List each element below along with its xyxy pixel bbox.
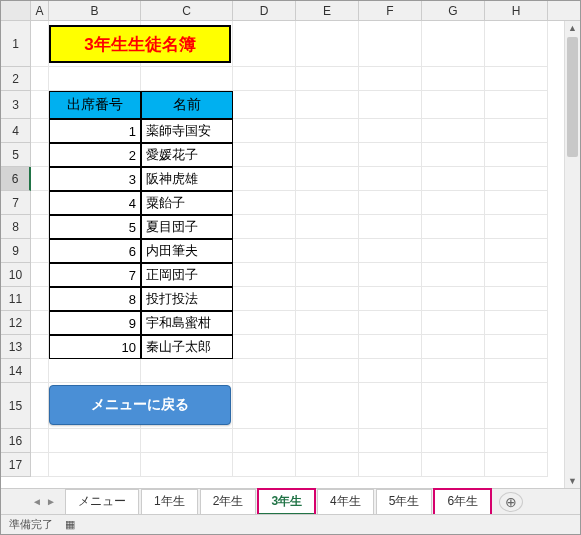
table-header-name: 名前 (141, 91, 233, 119)
sheet-tab[interactable]: 3年生 (258, 489, 315, 515)
sheet-tab-bar: ◄ ► メニュー1年生2年生3年生4年生5年生6年生 ⊕ (1, 488, 580, 514)
scroll-thumb[interactable] (567, 37, 578, 157)
tab-prev-icon[interactable]: ◄ (31, 495, 43, 509)
table-cell-num[interactable]: 4 (49, 191, 141, 215)
sheet-tab[interactable]: 1年生 (141, 489, 198, 515)
status-bar: 準備完了 ▦ (1, 514, 580, 534)
table-cell-num[interactable]: 9 (49, 311, 141, 335)
page-title: 3年生生徒名簿 (49, 25, 231, 63)
scroll-down-icon[interactable]: ▼ (565, 474, 580, 488)
row-header[interactable]: 16 (1, 429, 31, 453)
row-header[interactable]: 1 (1, 21, 31, 67)
col-header-H[interactable]: H (485, 1, 548, 20)
row-header[interactable]: 5 (1, 143, 31, 167)
sheet-tab[interactable]: 2年生 (200, 489, 257, 515)
col-header-C[interactable]: C (141, 1, 233, 20)
row-header[interactable]: 12 (1, 311, 31, 335)
row-header[interactable]: 4 (1, 119, 31, 143)
table-cell-num[interactable]: 8 (49, 287, 141, 311)
return-menu-button[interactable]: メニューに戻る (49, 385, 231, 425)
row-header[interactable]: 10 (1, 263, 31, 287)
row-header[interactable]: 13 (1, 335, 31, 359)
scroll-up-icon[interactable]: ▲ (565, 21, 580, 35)
row-header[interactable]: 15 (1, 383, 31, 429)
col-header-G[interactable]: G (422, 1, 485, 20)
table-cell-name[interactable]: 夏目団子 (141, 215, 233, 239)
table-cell-num[interactable]: 7 (49, 263, 141, 287)
table-cell-num[interactable]: 1 (49, 119, 141, 143)
record-macro-icon[interactable]: ▦ (65, 518, 75, 531)
col-header-B[interactable]: B (49, 1, 141, 20)
tab-nav[interactable]: ◄ ► (31, 495, 57, 509)
sheet-tab[interactable]: 5年生 (376, 489, 433, 515)
table-cell-name[interactable]: 正岡団子 (141, 263, 233, 287)
row-header[interactable]: 6 (1, 167, 31, 191)
status-ready: 準備完了 (9, 517, 53, 532)
table-cell-num[interactable]: 2 (49, 143, 141, 167)
cells-area[interactable]: 3年生生徒名簿出席番号名前1薬師寺国安2愛媛花子3阪神虎雄4粟飴子5夏目団子6内… (31, 21, 580, 477)
row-header[interactable]: 11 (1, 287, 31, 311)
row-header[interactable]: 9 (1, 239, 31, 263)
row-header[interactable]: 2 (1, 67, 31, 91)
table-cell-num[interactable]: 10 (49, 335, 141, 359)
tab-next-icon[interactable]: ► (45, 495, 57, 509)
sheet-tab[interactable]: 6年生 (434, 489, 491, 515)
row-header[interactable]: 3 (1, 91, 31, 119)
table-cell-name[interactable]: 内田筆夫 (141, 239, 233, 263)
col-header-F[interactable]: F (359, 1, 422, 20)
table-cell-num[interactable]: 3 (49, 167, 141, 191)
table-cell-name[interactable]: 投打投法 (141, 287, 233, 311)
table-cell-name[interactable]: 愛媛花子 (141, 143, 233, 167)
table-cell-name[interactable]: 秦山子太郎 (141, 335, 233, 359)
table-cell-name[interactable]: 薬師寺国安 (141, 119, 233, 143)
table-cell-name[interactable]: 粟飴子 (141, 191, 233, 215)
row-header[interactable]: 8 (1, 215, 31, 239)
table-cell-name[interactable]: 阪神虎雄 (141, 167, 233, 191)
table-header-num: 出席番号 (49, 91, 141, 119)
add-sheet-button[interactable]: ⊕ (499, 492, 523, 512)
sheet-tab[interactable]: 4年生 (317, 489, 374, 515)
col-header-A[interactable]: A (31, 1, 49, 20)
row-header[interactable]: 7 (1, 191, 31, 215)
row-headers: 1234567891011121314151617 (1, 21, 31, 477)
table-cell-num[interactable]: 6 (49, 239, 141, 263)
col-header-D[interactable]: D (233, 1, 296, 20)
sheet-tab[interactable]: メニュー (65, 489, 139, 515)
vertical-scrollbar[interactable]: ▲ ▼ (564, 21, 580, 488)
column-headers: ABCDEFGH (1, 1, 580, 21)
table-cell-name[interactable]: 宇和島蜜柑 (141, 311, 233, 335)
table-cell-num[interactable]: 5 (49, 215, 141, 239)
row-header[interactable]: 17 (1, 453, 31, 477)
row-header[interactable]: 14 (1, 359, 31, 383)
col-header-E[interactable]: E (296, 1, 359, 20)
select-all-corner[interactable] (1, 1, 31, 20)
